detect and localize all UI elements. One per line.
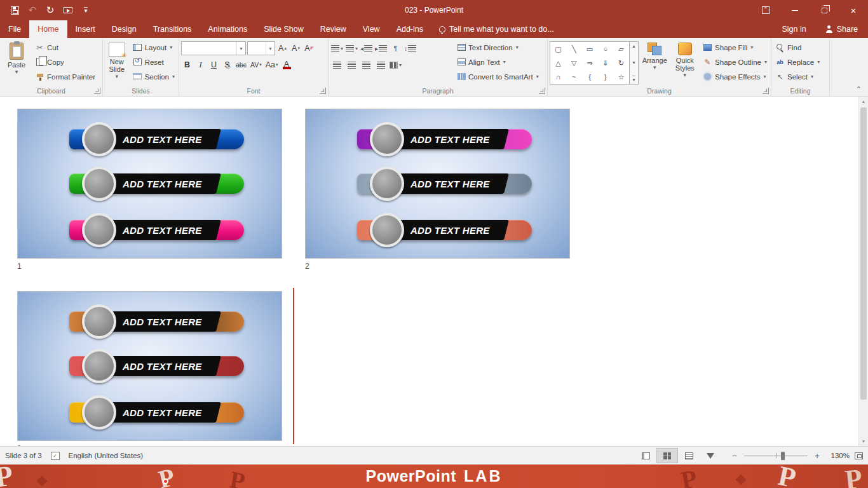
shape-arc-icon[interactable]: ∩ — [555, 73, 560, 81]
text-shadow-button[interactable]: S — [221, 58, 233, 72]
slide-sorter-view-button[interactable] — [656, 448, 678, 463]
zoom-level[interactable]: 130% — [827, 452, 850, 459]
collapse-ribbon-button[interactable]: ⌃ — [856, 85, 862, 93]
format-painter-button[interactable]: Format Painter — [33, 69, 97, 84]
shape-left-brace-icon[interactable]: { — [588, 73, 591, 81]
shape-star-icon[interactable]: ☆ — [618, 73, 625, 81]
shape-ellipse-icon[interactable]: ○ — [603, 45, 607, 53]
reset-button[interactable]: Reset — [131, 55, 177, 69]
shape-triangle-icon[interactable]: △ — [555, 59, 560, 67]
new-slide-button[interactable]: New Slide ▾ — [105, 40, 129, 85]
fit-to-window-button[interactable] — [855, 452, 863, 459]
quick-styles-button[interactable]: Quick Styles ▾ — [671, 40, 700, 85]
shape-effects-button[interactable]: Shape Effects▾ — [701, 69, 769, 84]
font-dialog-launcher[interactable] — [320, 88, 326, 94]
align-center-button[interactable] — [345, 58, 358, 72]
customize-qat-button[interactable]: ▾ — [78, 2, 94, 18]
shape-triangle-down-icon[interactable]: ▽ — [571, 59, 576, 67]
bold-button[interactable]: B — [181, 58, 193, 72]
tab-add-ins[interactable]: Add-ins — [388, 20, 431, 38]
tab-animations[interactable]: Animations — [200, 20, 255, 38]
slide-thumbnail-2[interactable]: ADD TEXT HEREADD TEXT HEREADD TEXT HERE — [305, 109, 570, 259]
cut-button[interactable]: ✂Cut — [33, 40, 97, 55]
paragraph-dialog-launcher[interactable] — [539, 88, 545, 94]
italic-button[interactable]: I — [194, 58, 207, 72]
clipboard-dialog-launcher[interactable] — [94, 88, 100, 94]
shape-arrow-down-icon[interactable]: ⇓ — [602, 59, 608, 67]
scroll-up-arrow-icon[interactable]: ▴ — [859, 97, 868, 106]
reading-view-button[interactable] — [678, 448, 700, 463]
tab-file[interactable]: File — [0, 20, 29, 38]
shape-outline-button[interactable]: ✎Shape Outline▾ — [701, 55, 769, 69]
tab-home[interactable]: Home — [29, 20, 67, 38]
decrease-font-size-button[interactable]: A▾ — [290, 42, 302, 55]
decrease-indent-button[interactable]: ◂ — [360, 42, 373, 55]
font-color-button[interactable]: A — [281, 58, 293, 72]
scroll-down-arrow-icon[interactable]: ▾ — [859, 437, 868, 446]
shape-select-icon[interactable]: ▢ — [555, 45, 561, 53]
clear-formatting-button[interactable]: A◤ — [303, 42, 315, 55]
scrollbar-thumb[interactable] — [860, 107, 867, 400]
align-left-button[interactable] — [330, 58, 344, 72]
shape-circular-arrow-icon[interactable]: ↻ — [618, 59, 624, 67]
section-button[interactable]: Section▾ — [131, 69, 177, 84]
tell-me-box[interactable]: Tell me what you want to do... — [431, 20, 562, 38]
undo-button[interactable]: ↶ — [24, 2, 41, 18]
tab-design[interactable]: Design — [104, 20, 145, 38]
tab-review[interactable]: Review — [312, 20, 355, 38]
columns-button[interactable]: ▾ — [389, 58, 402, 72]
line-spacing-button[interactable]: ↕ — [403, 42, 417, 55]
strikethrough-button[interactable]: abc — [234, 58, 248, 72]
save-button[interactable] — [6, 2, 23, 18]
minimize-button[interactable] — [780, 0, 810, 20]
shape-arrow-right-icon[interactable]: ⇒ — [587, 59, 592, 67]
tab-insert[interactable]: Insert — [67, 20, 104, 38]
spell-check-icon[interactable]: ✓ — [51, 452, 60, 460]
shape-rectangle-icon[interactable]: ▭ — [587, 45, 593, 53]
select-button[interactable]: ↖Select▾ — [773, 69, 822, 84]
increase-font-size-button[interactable]: A▴ — [276, 42, 288, 55]
zoom-in-button[interactable]: + — [813, 451, 822, 461]
slide-show-button[interactable] — [700, 448, 721, 463]
ribbon-display-options-button[interactable] — [751, 0, 780, 20]
align-text-button[interactable]: Align Text▾ — [456, 55, 540, 69]
share-button[interactable]: Share — [815, 20, 868, 38]
shapes-more-icon[interactable]: ▾ — [632, 76, 635, 83]
vertical-scrollbar[interactable]: ▴ ▾ — [858, 97, 868, 446]
tab-slide-show[interactable]: Slide Show — [255, 20, 312, 38]
font-name-combobox[interactable]: ▾ — [181, 41, 246, 55]
font-size-combobox[interactable]: ▾ — [247, 41, 275, 55]
replace-button[interactable]: abReplace▾ — [773, 55, 822, 69]
drawing-dialog-launcher[interactable] — [763, 88, 769, 94]
layout-button[interactable]: Layout▾ — [131, 40, 177, 55]
redo-button[interactable]: ↻ — [42, 2, 58, 18]
align-right-button[interactable] — [360, 58, 373, 72]
language-indicator[interactable]: English (United States) — [69, 452, 144, 459]
shape-fill-button[interactable]: Shape Fill▾ — [701, 40, 769, 55]
normal-view-button[interactable] — [635, 448, 656, 463]
maximize-button[interactable] — [810, 0, 839, 20]
shape-parallelogram-icon[interactable]: ▱ — [618, 45, 623, 53]
justify-button[interactable] — [374, 58, 388, 72]
find-button[interactable]: Find — [773, 40, 822, 55]
increase-indent-button[interactable]: ▸ — [374, 42, 388, 55]
paste-button[interactable]: Paste ▾ — [2, 40, 31, 85]
underline-button[interactable]: U — [208, 58, 220, 72]
numbering-button[interactable]: ▾ — [345, 42, 358, 55]
zoom-slider[interactable] — [744, 456, 808, 456]
start-from-beginning-button[interactable] — [60, 2, 76, 18]
slide-sorter-workspace[interactable]: ADD TEXT HEREADD TEXT HEREADD TEXT HERE1… — [0, 97, 868, 446]
tab-transitions[interactable]: Transitions — [145, 20, 200, 38]
sign-in-link[interactable]: Sign in — [773, 20, 815, 38]
shapes-scroll-up-icon[interactable]: ▴ — [632, 43, 635, 49]
copy-button[interactable]: Copy — [33, 55, 97, 69]
shape-curve-icon[interactable]: ~ — [572, 73, 576, 81]
zoom-slider-thumb[interactable] — [781, 452, 785, 460]
zoom-out-button[interactable]: − — [730, 451, 739, 461]
shapes-scroll-down-icon[interactable]: ▾ — [632, 60, 635, 65]
slide-thumbnail-3[interactable]: ADD TEXT HEREADD TEXT HEREADD TEXT HERE — [17, 291, 282, 441]
close-button[interactable]: × — [839, 0, 868, 20]
convert-to-smartart-button[interactable]: Convert to SmartArt▾ — [456, 69, 540, 84]
arrange-button[interactable]: Arrange ▾ — [641, 40, 669, 85]
text-direction-button[interactable]: Text Direction▾ — [456, 40, 540, 55]
